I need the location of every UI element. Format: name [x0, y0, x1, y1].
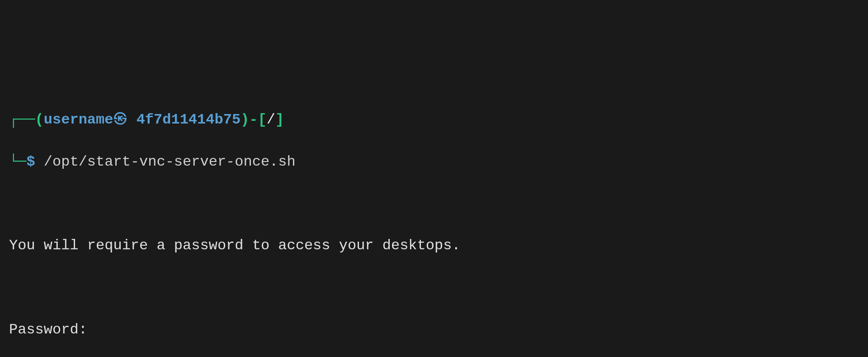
prompt-dollar: $ — [26, 152, 35, 172]
prompt-paren-close: ) — [241, 109, 249, 130]
prompt-dash: - — [249, 109, 258, 130]
prompt-sep — [127, 109, 136, 130]
prompt-bracket-close: ] — [275, 109, 284, 130]
prompt-username: username — [44, 109, 113, 130]
prompt-line-1: ┌──(username㉿ 4f7d11414b75)-[/] — [9, 109, 859, 130]
terminal-output[interactable]: ┌──(username㉿ 4f7d11414b75)-[/] └─$ /opt… — [9, 89, 859, 357]
kali-badge-icon: ㉿ — [113, 109, 127, 129]
prompt-hostname: 4f7d11414b75 — [137, 109, 241, 130]
output-password-prompt: Password: — [9, 319, 859, 340]
prompt-box-bottom: └─ — [9, 152, 26, 172]
prompt-box-top: ┌── — [9, 109, 35, 130]
prompt-path: / — [267, 109, 275, 130]
prompt-space — [35, 152, 44, 172]
blank-line — [9, 277, 859, 298]
prompt-paren-open: ( — [35, 109, 44, 130]
blank-line — [9, 194, 859, 214]
output-require-password: You will require a password to access yo… — [9, 235, 859, 256]
command-text: /opt/start-vnc-server-once.sh — [44, 152, 296, 172]
prompt-bracket-open: [ — [258, 109, 266, 130]
prompt-line-2: └─$ /opt/start-vnc-server-once.sh — [9, 152, 859, 172]
